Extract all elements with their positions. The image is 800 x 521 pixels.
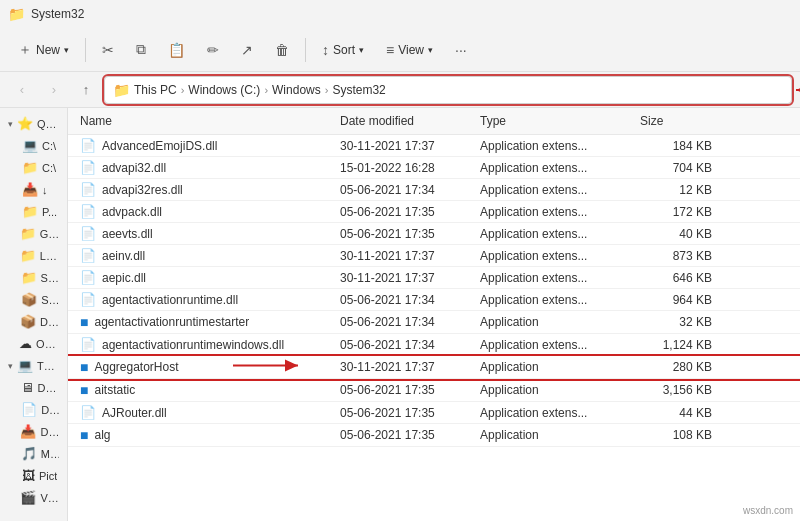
table-row[interactable]: 📄 advpack.dll 05-06-2021 17:35 Applicati… (68, 201, 800, 223)
file-rows-container: 📄 AdvancedEmojiDS.dll 30-11-2021 17:37 A… (68, 135, 800, 447)
address-sep-3: › (325, 84, 329, 96)
file-name-cell: 📄 agentactivationruntimewindows.dll (76, 336, 336, 353)
col-header-name[interactable]: Name (76, 112, 336, 130)
sidebar-downloads2-icon: 📥 (20, 424, 36, 439)
file-name-cell: 📄 AJRouter.dll (76, 404, 336, 421)
file-date: 05-06-2021 17:35 (336, 427, 476, 443)
table-row[interactable]: 📄 agentactivationruntime.dll 05-06-2021 … (68, 289, 800, 311)
sidebar-item-p[interactable]: 📁 P... (2, 201, 65, 222)
paste-button[interactable]: 📋 (158, 37, 195, 63)
file-size: 873 KB (636, 248, 716, 264)
app-icon: ■ (80, 427, 88, 443)
forward-button[interactable]: › (40, 76, 68, 104)
sidebar-item-quick-access[interactable]: ▾ ⭐ Quick (2, 113, 65, 134)
sort-button[interactable]: ↕ Sort ▾ (312, 37, 374, 63)
sidebar-item-sod[interactable]: 📦 Sod (2, 289, 65, 310)
col-header-date[interactable]: Date modified (336, 112, 476, 130)
sidebar-item-pictures[interactable]: 🖼 Pict (2, 465, 65, 486)
file-type: Application extens... (476, 204, 636, 220)
copy-button[interactable]: ⧉ (126, 36, 156, 63)
title-bar-folder-icon: 📁 (8, 6, 25, 22)
file-name: advpack.dll (102, 205, 162, 219)
sort-icon: ↕ (322, 42, 329, 58)
sidebar-item-c1[interactable]: 💻 C:\ (2, 135, 65, 156)
new-button[interactable]: ＋ New ▾ (8, 36, 79, 64)
file-date: 30-11-2021 17:37 (336, 248, 476, 264)
file-date: 30-11-2021 17:37 (336, 359, 476, 375)
file-icon: 📄 (80, 204, 96, 219)
file-name: advapi32.dll (102, 161, 166, 175)
back-button[interactable]: ‹ (8, 76, 36, 104)
sidebar-item-desktop[interactable]: 🖥 Desk (2, 377, 65, 398)
file-name: aitstatic (94, 383, 135, 397)
table-row[interactable]: ■ agentactivationruntimestarter 05-06-20… (68, 311, 800, 334)
sidebar-p-icon: 📁 (22, 204, 38, 219)
view-button[interactable]: ≡ View ▾ (376, 37, 443, 63)
file-type: Application extens... (476, 292, 636, 308)
file-size: 964 KB (636, 292, 716, 308)
table-row[interactable]: ■ alg 05-06-2021 17:35 Application 108 K… (68, 424, 800, 447)
sidebar-sod-icon: 📦 (21, 292, 37, 307)
table-row[interactable]: ■ AggregatorHost 30-11-2021 17:37 Applic… (68, 356, 800, 379)
share-button[interactable]: ↗ (231, 37, 263, 63)
table-row[interactable]: 📄 AJRouter.dll 05-06-2021 17:35 Applicat… (68, 402, 800, 424)
separator-2 (305, 38, 306, 62)
file-name-cell: 📄 aeinv.dll (76, 247, 336, 264)
file-date: 05-06-2021 17:34 (336, 314, 476, 330)
file-size: 704 KB (636, 160, 716, 176)
this-pc-chevron-icon: ▾ (8, 361, 13, 371)
file-type: Application extens... (476, 248, 636, 264)
address-path-container[interactable]: 📁 This PC › Windows (C:) › Windows › Sys… (104, 76, 792, 104)
sidebar-item-downloads[interactable]: 📥 ↓ (2, 179, 65, 200)
sidebar-shiv-icon: 📁 (21, 270, 37, 285)
sidebar-downloads-icon: 📥 (22, 182, 38, 197)
table-row[interactable]: ■ aitstatic 05-06-2021 17:35 Application… (68, 379, 800, 402)
file-type: Application (476, 314, 636, 330)
table-row[interactable]: 📄 aeevts.dll 05-06-2021 17:35 Applicatio… (68, 223, 800, 245)
table-row[interactable]: 📄 agentactivationruntimewindows.dll 05-0… (68, 334, 800, 356)
more-button[interactable]: ··· (445, 37, 477, 63)
sidebar-item-lette[interactable]: 📁 Lette (2, 245, 65, 266)
separator-1 (85, 38, 86, 62)
sidebar-item-music[interactable]: 🎵 Mus (2, 443, 65, 464)
sidebar-item-dropbox[interactable]: 📦 Drop (2, 311, 65, 332)
quick-access-star-icon: ⭐ (17, 116, 33, 131)
sidebar-item-folder1[interactable]: 📁 C:\ (2, 157, 65, 178)
sidebar-item-videos[interactable]: 🎬 Vide (2, 487, 65, 508)
sidebar-dropbox-icon: 📦 (20, 314, 36, 329)
up-button[interactable]: ↑ (72, 76, 100, 104)
file-name-cell: 📄 advapi32.dll (76, 159, 336, 176)
col-header-size[interactable]: Size (636, 112, 716, 130)
sidebar-item-downloads2[interactable]: 📥 Dow (2, 421, 65, 442)
view-icon: ≡ (386, 42, 394, 58)
table-row[interactable]: 📄 aeinv.dll 30-11-2021 17:37 Application… (68, 245, 800, 267)
sidebar-item-goc[interactable]: 📁 GOC (2, 223, 65, 244)
cut-button[interactable]: ✂ (92, 37, 124, 63)
sidebar-item-documents[interactable]: 📄 Doc (2, 399, 65, 420)
sidebar-item-shiv[interactable]: 📁 Shiv (2, 267, 65, 288)
file-size: 280 KB (636, 359, 716, 375)
rename-button[interactable]: ✏ (197, 37, 229, 63)
table-row[interactable]: 📄 AdvancedEmojiDS.dll 30-11-2021 17:37 A… (68, 135, 800, 157)
delete-button[interactable]: 🗑 (265, 37, 299, 63)
file-type: Application extens... (476, 405, 636, 421)
table-row[interactable]: 📄 advapi32res.dll 05-06-2021 17:34 Appli… (68, 179, 800, 201)
col-header-type[interactable]: Type (476, 112, 636, 130)
file-name-cell: ■ AggregatorHost (76, 358, 336, 376)
file-name-cell: 📄 aepic.dll (76, 269, 336, 286)
sidebar-c1-icon: 💻 (22, 138, 38, 153)
file-date: 05-06-2021 17:35 (336, 226, 476, 242)
table-row[interactable]: 📄 aepic.dll 30-11-2021 17:37 Application… (68, 267, 800, 289)
file-name-cell: ■ aitstatic (76, 381, 336, 399)
file-date: 05-06-2021 17:34 (336, 182, 476, 198)
sidebar-item-this-pc[interactable]: ▾ 💻 This PC (2, 355, 65, 376)
table-row[interactable]: 📄 advapi32.dll 15-01-2022 16:28 Applicat… (68, 157, 800, 179)
file-list: Name Date modified Type Size 📄 AdvancedE… (68, 108, 800, 521)
file-date: 05-06-2021 17:34 (336, 337, 476, 353)
title-bar-title: System32 (31, 7, 84, 21)
sidebar-item-onedrive[interactable]: ☁ OneDr (2, 333, 65, 354)
app-icon: ■ (80, 359, 88, 375)
file-icon: 📄 (80, 337, 96, 352)
rename-icon: ✏ (207, 42, 219, 58)
file-type: Application extens... (476, 138, 636, 154)
